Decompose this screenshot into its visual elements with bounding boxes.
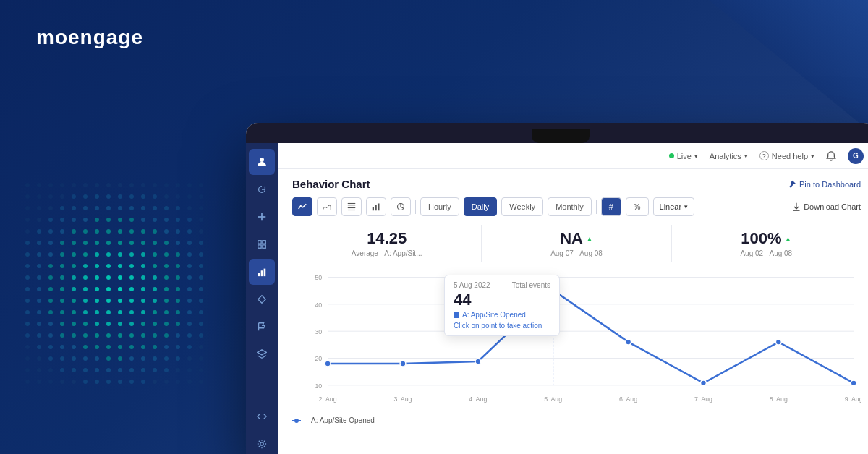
svg-point-75 <box>153 229 157 234</box>
svg-point-116 <box>72 264 76 268</box>
sidebar-icon-gear[interactable] <box>249 431 275 454</box>
svg-point-223 <box>199 333 203 338</box>
svg-point-234 <box>141 345 145 349</box>
svg-point-89 <box>129 241 134 245</box>
svg-point-178 <box>48 310 53 314</box>
svg-point-163 <box>60 299 64 303</box>
percent-button[interactable]: % <box>626 197 649 216</box>
svg-point-254 <box>187 356 192 361</box>
svg-point-39 <box>106 206 111 210</box>
analytics-label: Analytics <box>710 152 741 160</box>
analytics-menu[interactable]: Analytics ▾ <box>710 152 748 160</box>
svg-point-277 <box>83 380 88 384</box>
sidebar-icon-code[interactable] <box>249 403 275 429</box>
sidebar-icon-barchart[interactable] <box>249 259 275 285</box>
sidebar-icon-user[interactable] <box>249 149 275 175</box>
monthly-button[interactable]: Monthly <box>548 197 592 216</box>
svg-point-196 <box>72 322 76 326</box>
user-avatar[interactable]: G <box>848 148 864 164</box>
tooltip-date: 5 Aug 2022 Total events <box>454 281 550 289</box>
scale-select[interactable]: Linear ▾ <box>653 197 695 216</box>
svg-point-4 <box>72 183 76 187</box>
svg-point-133 <box>83 275 88 280</box>
svg-point-18 <box>48 194 53 199</box>
svg-point-180 <box>72 310 76 314</box>
svg-point-179 <box>60 310 64 314</box>
help-menu[interactable]: ? Need help ▾ <box>760 151 814 160</box>
chart-type-bar-button[interactable] <box>366 197 386 216</box>
svg-point-281 <box>129 380 134 384</box>
svg-point-195 <box>60 322 64 326</box>
sidebar-icon-plus[interactable] <box>249 204 275 230</box>
svg-point-189 <box>176 310 180 314</box>
svg-point-65 <box>37 229 41 234</box>
line-chart-svg[interactable]: 50 40 30 20 10 <box>292 269 861 406</box>
download-label: Download Chart <box>804 202 861 211</box>
svg-point-81 <box>37 241 41 245</box>
svg-point-171 <box>153 299 157 303</box>
hourly-button[interactable]: Hourly <box>420 197 459 216</box>
svg-point-125 <box>176 264 180 268</box>
window-body: Live ▾ Analytics ▾ ? Need help ▾ G <box>246 143 868 454</box>
chart-type-line-button[interactable] <box>292 197 312 216</box>
svg-text:8. Aug: 8. Aug <box>770 395 788 403</box>
daily-button[interactable]: Daily <box>464 197 497 216</box>
svg-point-279 <box>106 380 111 384</box>
stats-row: 14.25 Average - A: App/Sit... NA ▲ Aug 0… <box>292 225 861 262</box>
svg-point-41 <box>129 206 134 210</box>
stat-monthly-arrow: ▲ <box>785 235 792 243</box>
svg-point-169 <box>129 299 134 303</box>
stat-monthly: 100% ▲ Aug 02 - Aug 08 <box>672 225 861 262</box>
svg-point-100 <box>72 252 76 257</box>
live-indicator[interactable]: Live ▾ <box>669 152 698 160</box>
svg-text:7. Aug: 7. Aug <box>694 395 712 403</box>
svg-text:50: 50 <box>315 274 322 281</box>
svg-point-226 <box>48 345 53 349</box>
sidebar-icon-flag[interactable] <box>249 314 275 340</box>
weekly-button[interactable]: Weekly <box>501 197 543 216</box>
hash-button[interactable]: # <box>601 197 621 216</box>
svg-point-84 <box>72 241 76 245</box>
sidebar-icon-tag[interactable] <box>249 286 275 312</box>
svg-point-248 <box>118 356 122 361</box>
sidebar-icon-grid[interactable] <box>249 231 275 257</box>
download-chart-button[interactable]: Download Chart <box>792 202 861 211</box>
svg-point-244 <box>72 356 76 361</box>
svg-point-183 <box>106 310 111 314</box>
svg-point-233 <box>129 345 134 349</box>
chart-type-pie-button[interactable] <box>391 197 411 216</box>
pin-to-dashboard-button[interactable]: Pin to Dashboard <box>788 180 861 189</box>
svg-point-8 <box>118 183 122 187</box>
svg-point-191 <box>199 310 203 314</box>
svg-point-43 <box>153 206 157 210</box>
svg-point-61 <box>176 218 180 222</box>
svg-point-42 <box>141 206 145 210</box>
chart-type-area-button[interactable] <box>317 197 337 216</box>
svg-point-95 <box>199 241 203 245</box>
sidebar <box>246 143 278 454</box>
svg-point-323 <box>475 359 481 364</box>
svg-rect-296 <box>261 270 263 276</box>
svg-point-170 <box>141 299 145 303</box>
svg-text:40: 40 <box>315 301 322 309</box>
svg-point-236 <box>164 345 169 349</box>
tooltip-action-link[interactable]: Click on point to take action <box>454 322 550 330</box>
svg-point-161 <box>37 299 41 303</box>
svg-point-118 <box>95 264 99 268</box>
svg-point-231 <box>106 345 111 349</box>
svg-point-275 <box>60 380 64 384</box>
svg-point-49 <box>37 218 41 222</box>
svg-point-114 <box>48 264 53 268</box>
stat-weekly-label: Aug 07 - Aug 08 <box>490 249 662 257</box>
chart-title: Behavior Chart <box>292 178 370 190</box>
sidebar-icon-layers[interactable] <box>249 341 275 367</box>
sidebar-icon-refresh[interactable] <box>249 176 275 202</box>
svg-point-147 <box>60 287 64 291</box>
svg-point-212 <box>72 333 76 338</box>
svg-point-198 <box>95 322 99 326</box>
svg-point-176 <box>25 310 30 314</box>
svg-point-260 <box>72 368 76 372</box>
chart-type-table-button[interactable] <box>341 197 362 216</box>
svg-point-322 <box>400 361 406 367</box>
notification-bell[interactable] <box>826 151 836 161</box>
